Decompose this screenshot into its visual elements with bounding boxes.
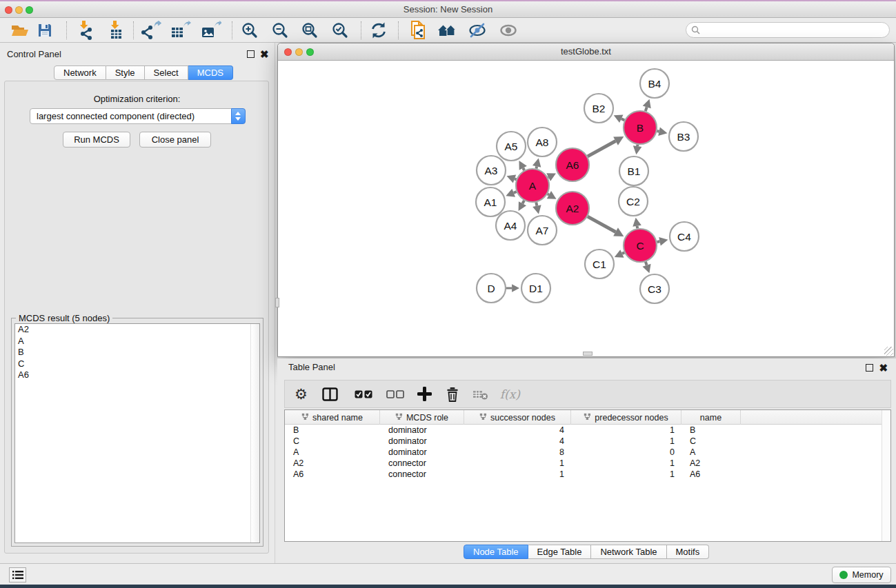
splitter-grip-vertical[interactable] [275,298,279,307]
graph-edge[interactable] [548,177,548,178]
table-cell[interactable]: 1 [571,458,681,469]
tab-motifs[interactable]: Motifs [667,545,710,559]
table-cell[interactable]: 0 [571,447,681,458]
graph-edge[interactable] [588,216,616,232]
show-graphics-details-icon[interactable] [496,20,521,41]
column-header-predecessor-nodes[interactable]: predecessor nodes [571,410,681,425]
tab-edge-table[interactable]: Edge Table [528,545,592,559]
zoom-window-button[interactable] [26,6,33,14]
table-cell[interactable]: 1 [571,425,681,436]
show-hide-columns-icon[interactable] [322,387,338,401]
table-cell[interactable]: A [681,447,741,458]
float-panel-icon[interactable] [247,50,255,58]
network-canvas[interactable]: B4B2BB3A8A5A6A3B1AC2A1A2A4A7C4CC1C3DD1 [278,61,894,356]
zoom-in-icon[interactable] [237,20,262,41]
tab-network[interactable]: Network [54,65,106,80]
memory-button[interactable]: Memory [832,567,891,583]
graph-edge[interactable] [646,107,647,111]
open-session-icon[interactable] [8,20,32,41]
table-cell[interactable]: dominator [380,447,464,458]
mcds-list-scrollbar[interactable] [250,324,259,543]
table-cell[interactable]: connector [380,458,464,469]
table-cell[interactable]: A2 [681,458,741,469]
zoom-fit-icon[interactable] [297,20,322,41]
mcds-result-item[interactable]: C [15,358,259,370]
first-neighbors-icon[interactable] [435,20,459,41]
search-box[interactable] [686,22,890,38]
delete-columns-icon[interactable] [446,387,459,402]
graph-edge[interactable] [515,179,517,179]
tab-style[interactable]: Style [106,65,145,80]
zoom-out-icon[interactable] [268,20,292,41]
tab-node-table[interactable]: Node Table [464,545,528,559]
hide-graphics-details-icon[interactable] [465,20,490,41]
graph-edge[interactable] [523,168,524,170]
graph-edge[interactable] [548,194,549,194]
graph-edge[interactable] [588,141,616,156]
table-row[interactable]: A6connector11A6 [285,469,890,480]
tab-select[interactable]: Select [145,65,188,80]
graph-edge[interactable] [621,119,625,120]
network-close-button[interactable] [284,48,292,56]
table-settings-icon[interactable]: ⚙ [295,386,308,403]
table-cell[interactable]: 4 [464,425,571,436]
table-cell[interactable]: A6 [285,469,380,480]
table-scrollbar[interactable] [882,410,890,541]
table-cell[interactable]: 1 [571,469,681,480]
table-cell[interactable]: 4 [464,436,571,447]
close-window-button[interactable] [5,6,12,14]
table-cell[interactable]: dominator [380,425,464,436]
dropdown-stepper-icon[interactable] [231,108,246,124]
table-cell[interactable]: 1 [464,469,571,480]
export-table-icon[interactable] [168,20,193,41]
table-cell[interactable]: 1 [571,436,681,447]
search-input[interactable] [704,25,884,36]
graph-edge[interactable] [536,166,537,168]
tab-mcds[interactable]: MCDS [188,65,233,80]
mcds-result-item[interactable]: B [15,347,259,358]
zoom-selected-icon[interactable] [328,20,352,41]
splitter-grip-horizontal[interactable] [583,352,593,356]
table-cell[interactable]: C [285,436,380,447]
mcds-result-item[interactable]: A6 [15,369,259,381]
graph-edge[interactable] [646,262,647,265]
column-header-shared-name[interactable]: shared name [285,410,380,425]
table-cell[interactable]: 8 [464,447,571,458]
mcds-result-list[interactable]: A2ABCA6 [14,323,260,543]
mcds-result-item[interactable]: A [15,336,259,347]
graph-edge[interactable] [522,201,524,203]
table-cell[interactable]: dominator [380,436,464,447]
table-float-panel-icon[interactable] [866,364,873,372]
table-cell[interactable]: B [285,425,380,436]
table-cell[interactable]: A2 [285,458,380,469]
column-header-name[interactable]: name [681,410,741,425]
graph-edge[interactable] [622,252,624,254]
tab-network-table[interactable]: Network Table [591,545,666,559]
import-table-icon[interactable] [103,20,128,41]
graph-edge[interactable] [637,226,638,229]
close-panel-icon[interactable]: ✖ [260,50,269,58]
table-cell[interactable]: A [285,447,380,458]
table-row[interactable]: A2connector11A2 [285,458,890,469]
node-table[interactable]: shared nameMCDS rolesuccessor nodesprede… [284,409,891,542]
select-all-columns-icon[interactable] [355,390,372,398]
new-network-from-selection-icon[interactable] [406,20,430,41]
create-column-icon[interactable] [417,387,432,401]
task-history-button[interactable] [9,567,26,582]
minimize-window-button[interactable] [15,6,23,14]
graph-edge[interactable] [657,241,659,242]
table-cell[interactable]: B [681,425,741,436]
column-header-successor-nodes[interactable]: successor nodes [464,410,571,425]
network-minimize-button[interactable] [295,48,303,56]
table-row[interactable]: Cdominator41C [285,436,890,447]
table-cell[interactable]: A6 [681,469,741,480]
table-cell[interactable]: C [681,436,741,447]
save-session-icon[interactable] [32,20,57,41]
network-graph[interactable]: B4B2BB3A8A5A6A3B1AC2A1A2A4A7C4CC1C3DD1 [278,61,894,356]
delete-table-icon[interactable] [472,389,488,400]
run-mcds-button[interactable]: Run MCDS [63,132,130,148]
function-builder-icon[interactable]: f(x) [500,387,520,401]
column-header-MCDS-role[interactable]: MCDS role [380,410,464,425]
import-network-icon[interactable] [72,20,97,41]
table-cell[interactable]: connector [380,469,464,480]
